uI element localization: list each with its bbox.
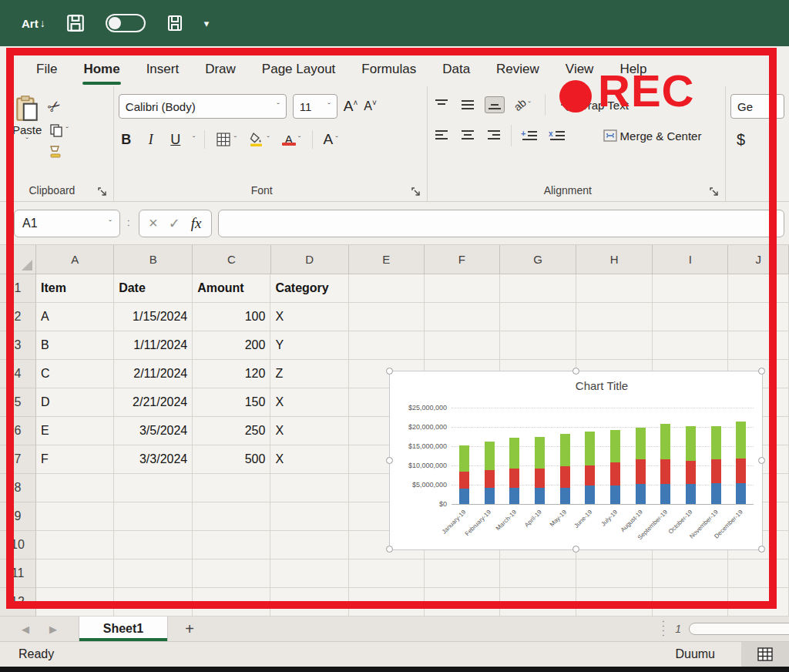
- cell-D5[interactable]: X: [270, 388, 348, 417]
- cell-G1[interactable]: [500, 274, 576, 303]
- row-header-8[interactable]: 8: [0, 474, 36, 502]
- chart-selection-handle[interactable]: [572, 546, 579, 553]
- cell-D10[interactable]: [270, 531, 348, 559]
- row-header-3[interactable]: 3: [0, 331, 36, 360]
- cell-C8[interactable]: [193, 474, 270, 502]
- cell-E11[interactable]: [349, 559, 425, 588]
- cell-C10[interactable]: [193, 531, 270, 559]
- tab-review[interactable]: Review: [483, 59, 552, 82]
- paste-button[interactable]: Paste ˇ: [12, 94, 42, 159]
- cell-D11[interactable]: [270, 559, 348, 588]
- normal-view-button[interactable]: [741, 642, 789, 667]
- next-sheet-icon[interactable]: ▶: [49, 623, 57, 635]
- cell-C11[interactable]: [193, 559, 270, 588]
- select-all-corner[interactable]: [0, 245, 36, 274]
- tab-draw[interactable]: Draw: [192, 59, 249, 82]
- name-box[interactable]: A1 ˇ: [14, 210, 120, 237]
- cell-B1[interactable]: Date: [114, 274, 193, 303]
- top-align-button[interactable]: [432, 97, 451, 113]
- row-header-2[interactable]: 2: [0, 303, 36, 331]
- embedded-chart[interactable]: Chart Title $0$5,000,000$10,000,000$15,0…: [389, 371, 763, 550]
- cell-C7[interactable]: 500: [193, 445, 270, 474]
- cell-F12[interactable]: [425, 588, 500, 617]
- bold-button[interactable]: B: [119, 132, 134, 148]
- alignment-dialog-launcher-icon[interactable]: [710, 187, 719, 197]
- font-dialog-launcher-icon[interactable]: [411, 187, 421, 197]
- save-icon[interactable]: [65, 13, 86, 33]
- cell-F3[interactable]: [425, 331, 500, 360]
- formula-input[interactable]: [218, 210, 785, 237]
- cell-C5[interactable]: 150: [193, 388, 270, 417]
- cell-J11[interactable]: [728, 559, 789, 588]
- cell-H1[interactable]: [576, 274, 653, 303]
- cell-J12[interactable]: [728, 588, 789, 617]
- cell-B4[interactable]: 2/11/2024: [114, 360, 193, 388]
- cell-A7[interactable]: F: [36, 445, 114, 474]
- cell-J3[interactable]: [728, 331, 789, 360]
- cell-A1[interactable]: Item: [36, 274, 114, 303]
- orientation-button[interactable]: ab ˇ: [512, 97, 532, 113]
- underline-button[interactable]: U: [168, 132, 183, 148]
- cell-E1[interactable]: [349, 274, 425, 303]
- bottom-align-button[interactable]: [485, 96, 505, 113]
- column-header-A[interactable]: A: [36, 245, 114, 274]
- cell-A5[interactable]: D: [36, 388, 114, 417]
- row-header-7[interactable]: 7: [0, 445, 36, 474]
- italic-button[interactable]: I: [143, 132, 159, 148]
- formula-bar-grip[interactable]: ··: [126, 219, 133, 228]
- row-header-1[interactable]: 1: [0, 274, 36, 303]
- borders-button[interactable]: ˇ: [214, 130, 238, 149]
- cut-icon[interactable]: ✂: [44, 95, 65, 117]
- quick-access-dropdown-icon[interactable]: ▾: [204, 18, 210, 29]
- cell-I12[interactable]: [653, 588, 728, 617]
- column-header-C[interactable]: C: [193, 245, 270, 274]
- cell-A4[interactable]: C: [36, 360, 114, 388]
- font-size-select[interactable]: 11 ˇ: [293, 94, 337, 119]
- cell-A11[interactable]: [36, 559, 114, 588]
- cell-A9[interactable]: [36, 502, 114, 531]
- cell-D7[interactable]: X: [270, 445, 348, 474]
- decrease-font-size-button[interactable]: A˅: [364, 99, 377, 113]
- chart-selection-handle[interactable]: [758, 368, 765, 375]
- column-header-B[interactable]: B: [114, 245, 193, 274]
- cell-B11[interactable]: [114, 559, 193, 588]
- cell-D1[interactable]: Category: [270, 274, 348, 303]
- tab-file[interactable]: File: [23, 59, 70, 82]
- cell-I2[interactable]: [653, 303, 728, 331]
- font-name-select[interactable]: Calibri (Body) ˇ: [119, 94, 287, 119]
- copy-button[interactable]: ˇ: [48, 122, 70, 139]
- column-header-E[interactable]: E: [349, 245, 425, 274]
- cell-C3[interactable]: 200: [193, 331, 270, 360]
- cell-I3[interactable]: [653, 331, 728, 360]
- cell-F2[interactable]: [425, 303, 500, 331]
- currency-format-button[interactable]: $: [730, 131, 745, 149]
- chart-selection-handle[interactable]: [572, 368, 579, 375]
- cell-J2[interactable]: [728, 303, 789, 331]
- cell-A2[interactable]: A: [36, 303, 114, 331]
- cell-G11[interactable]: [500, 559, 576, 588]
- font-color-button[interactable]: A ˇ: [280, 133, 303, 147]
- scroll-grip[interactable]: ····: [661, 620, 667, 638]
- cell-B3[interactable]: 1/11/2024: [114, 331, 193, 360]
- cell-B8[interactable]: [114, 474, 193, 502]
- cell-D6[interactable]: X: [270, 417, 348, 445]
- prev-sheet-icon[interactable]: ◀: [22, 623, 29, 635]
- add-sheet-button[interactable]: +: [168, 617, 211, 641]
- autosave-toggle[interactable]: [106, 14, 146, 32]
- cell-B6[interactable]: 3/5/2024: [114, 417, 193, 445]
- cancel-icon[interactable]: ×: [149, 214, 158, 232]
- row-header-9[interactable]: 9: [0, 502, 36, 531]
- tab-data[interactable]: Data: [429, 59, 483, 82]
- align-left-button[interactable]: [432, 128, 451, 143]
- cell-A6[interactable]: E: [36, 417, 114, 445]
- cell-H11[interactable]: [576, 559, 653, 588]
- column-header-I[interactable]: I: [653, 245, 728, 274]
- chart-selection-handle[interactable]: [758, 457, 765, 464]
- enter-icon[interactable]: ✓: [169, 215, 180, 232]
- cell-C2[interactable]: 100: [193, 303, 270, 331]
- cell-D4[interactable]: Z: [270, 360, 348, 388]
- more-font-options-button[interactable]: A ˇ: [322, 129, 340, 150]
- chart-selection-handle[interactable]: [386, 457, 393, 464]
- column-header-D[interactable]: D: [271, 245, 349, 274]
- column-header-F[interactable]: F: [425, 245, 500, 274]
